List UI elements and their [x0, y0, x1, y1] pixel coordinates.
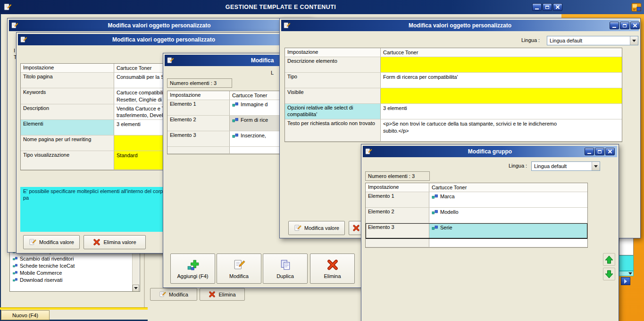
side-dropdown-strip[interactable]	[619, 271, 634, 276]
row-label: Elemento 1	[366, 192, 429, 207]
row-value: Inserzione,	[241, 132, 266, 139]
table-row-selected[interactable]: Elemento 3 Serie	[366, 223, 587, 239]
column-header: Cartucce Toner	[381, 48, 622, 57]
row-label: Elemento 1	[167, 100, 230, 115]
dialog-title: Modifica valori oggetto personalizzato	[281, 20, 639, 31]
dialog-title: Modifica valori oggetto personalizzato	[18, 34, 309, 45]
table-row[interactable]: Elemento 2 Modello	[366, 208, 587, 223]
triangle-down-icon	[628, 272, 632, 275]
table-row[interactable]: Descrizione elemento	[285, 57, 622, 73]
maximize-button[interactable]	[543, 3, 552, 11]
button-label: Elimina valore	[103, 239, 136, 245]
maximize-button[interactable]	[595, 148, 604, 155]
app-icon	[631, 1, 642, 13]
settings-table: Impostazione Cartucce Toner Titolo pagin…	[20, 63, 176, 170]
tree-scrollbar[interactable]	[132, 250, 139, 292]
dialog-modifica-gruppo: Modifica gruppo Lingua : Lingua default …	[361, 144, 619, 321]
main-titlebar[interactable]: GESTIONE TEMPLATE E CONTENUTI	[0, 0, 644, 14]
triangle-down-icon	[632, 40, 636, 42]
edit-icon	[233, 259, 245, 271]
close-icon	[555, 5, 560, 9]
elimina-button[interactable]: Elimina	[200, 288, 245, 301]
modifica-button[interactable]: Modifica	[150, 288, 197, 301]
row-label: Nome pagina per url rewriting	[21, 135, 114, 151]
table-row[interactable]: Titolo pagina Consumabili per la St	[21, 73, 176, 88]
table-row-selected[interactable]: Elementi 3 elementi	[21, 120, 176, 135]
close-button[interactable]	[553, 3, 562, 11]
row-label: Elemento 3	[366, 223, 429, 238]
table-row[interactable]: Tipo visualizzazione Standard	[21, 151, 176, 170]
row-value: Modello	[440, 209, 459, 215]
modifica-button[interactable]: Modifica	[217, 253, 261, 284]
table-row[interactable]: Testo per richiesta articolo non trovato…	[285, 119, 622, 142]
element-icon	[232, 101, 238, 108]
close-button[interactable]	[630, 22, 640, 29]
button-label: Modifica valore	[39, 239, 74, 245]
dialog-titlebar[interactable]: Modifica gruppo	[363, 146, 617, 157]
tree-item-schede-icecat[interactable]: Schede tecniche IceCat	[10, 262, 132, 269]
clipped-text: I	[14, 48, 15, 53]
tree-item-download-riservati[interactable]: Download riservati	[10, 276, 132, 283]
modifica-valore-button[interactable]: Modifica valore	[288, 221, 345, 235]
button-label: Elimina	[324, 273, 341, 279]
tree-item-scambio-dati[interactable]: Scambio dati rivenditori	[10, 255, 132, 262]
table-row[interactable]: Keywords Cartucce compatibili, Resetter,…	[21, 88, 176, 104]
row-value: Form di ricerca per compatibilita'	[383, 74, 458, 80]
move-down-button[interactable]	[603, 268, 615, 280]
table-row[interactable]: Tipo Form di ricerca per compatibilita'	[285, 73, 622, 88]
tree-node-icon	[13, 278, 17, 282]
lingua-combobox[interactable]: Lingua default	[547, 36, 638, 45]
combobox-dropdown-button[interactable]	[592, 162, 600, 170]
dialog-titlebar[interactable]: Modifica valori oggetto personalizzato	[281, 20, 639, 31]
minimize-button[interactable]	[585, 148, 594, 155]
delete-x-icon	[352, 224, 360, 232]
triangle-down-icon	[594, 165, 598, 168]
minimize-button[interactable]	[610, 22, 619, 29]
add-icon	[187, 259, 199, 271]
close-icon	[633, 23, 637, 28]
combobox-dropdown-button[interactable]	[630, 36, 638, 45]
aggiungi-button[interactable]: Aggiungi (F4)	[170, 253, 215, 284]
lingua-label: L	[271, 70, 274, 76]
lingua-combobox[interactable]: Lingua default	[531, 161, 600, 171]
table-row[interactable]: Visibile	[285, 88, 622, 104]
column-header: Impostazione	[21, 64, 114, 72]
table-row[interactable]: Elemento 1 Marca	[366, 192, 587, 208]
row-value: Marca	[440, 193, 455, 200]
tree-item-mobile-commerce[interactable]: Mobile Commerce	[10, 269, 132, 276]
modifica-valore-button[interactable]: Modifica valore	[23, 235, 80, 249]
side-scroll-right-button[interactable]	[621, 277, 630, 285]
close-button[interactable]	[605, 148, 615, 155]
dialog-titlebar[interactable]: Modifica valori oggetto personalizzato	[9, 20, 309, 31]
table-header-row: Impostazione Cartucce Toner	[366, 183, 587, 192]
minimize-button[interactable]	[532, 3, 542, 11]
lingua-label: Lingua :	[521, 37, 540, 43]
row-label: Elemento 3	[167, 131, 230, 146]
elimina-button[interactable]: Elimina	[310, 253, 355, 284]
dialog-titlebar[interactable]: Modifica valori oggetto personalizzato	[18, 34, 309, 45]
row-label: Descrizione elemento	[285, 57, 381, 72]
table-row[interactable]: Nome pagina per url rewriting	[21, 135, 176, 151]
button-label: Modifica	[229, 273, 249, 279]
move-up-button[interactable]	[603, 253, 615, 266]
modifica-button-label: Modifica	[169, 292, 188, 297]
tree-node-icon	[13, 270, 17, 275]
table-row-selected[interactable]: Opzioni relative alle select di compatib…	[285, 104, 622, 119]
nuovo-button[interactable]: Nuovo (F4)	[1, 310, 50, 320]
table-row[interactable]: Description Vendita Cartucce e T trasfer…	[21, 104, 176, 120]
maximize-button[interactable]	[620, 22, 629, 29]
scroll-down-button[interactable]	[133, 285, 139, 292]
maximize-icon	[623, 24, 627, 27]
panel-divider	[144, 249, 145, 307]
column-header: Impostazione	[167, 91, 230, 100]
tree-item-label: Download riservati	[20, 277, 62, 283]
main-window-left-border	[0, 14, 1, 321]
column-header: Impostazione	[285, 48, 381, 57]
row-label: Elementi	[21, 120, 114, 135]
delete-x-icon	[93, 238, 100, 246]
row-value: 3 elementi	[117, 121, 141, 127]
row-label: Elemento 2	[167, 116, 230, 131]
elimina-valore-button[interactable]: Elimina valore	[84, 235, 146, 249]
duplica-button[interactable]: Duplica	[263, 253, 308, 284]
element-icon	[432, 209, 438, 215]
